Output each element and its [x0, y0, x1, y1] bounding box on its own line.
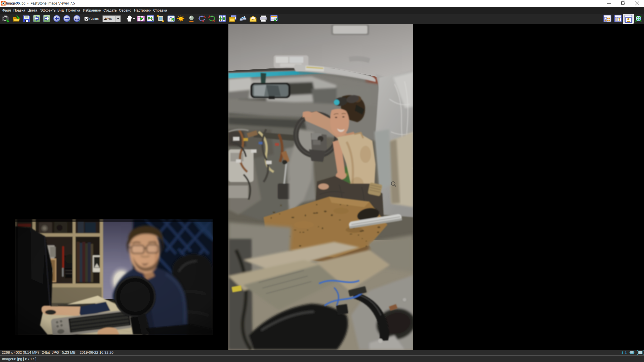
svg-text:90: 90 [212, 20, 215, 22]
svg-text:48%: 48% [104, 17, 112, 21]
svg-text:B: B [171, 18, 174, 22]
svg-text:Сглаж.: Сглаж. [89, 17, 100, 21]
svg-text:1:1: 1:1 [75, 17, 79, 20]
svg-text:90: 90 [202, 20, 204, 22]
